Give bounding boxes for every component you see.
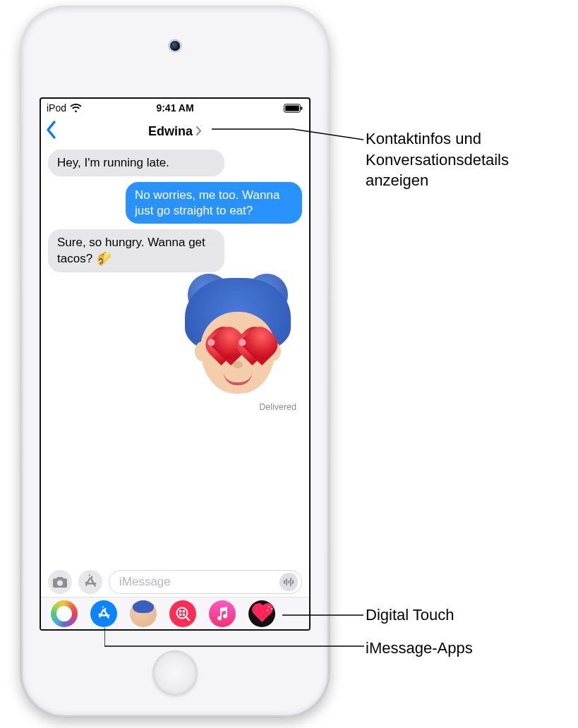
app-store[interactable] xyxy=(90,600,117,627)
tap-dots-icon xyxy=(268,606,270,607)
app-drawer-toggle[interactable] xyxy=(78,570,102,594)
appstore-a-icon xyxy=(96,606,112,621)
record-audio-button[interactable] xyxy=(279,573,298,591)
svg-rect-1 xyxy=(285,105,299,111)
taco-emoji: 🌮 xyxy=(94,249,114,269)
conversation-thread[interactable]: Hey, I'm running late. No worries, me to… xyxy=(41,145,309,566)
message-input-row: iMessage xyxy=(41,566,309,597)
svg-line-4 xyxy=(186,617,190,620)
contact-name-label: Edwina xyxy=(148,124,193,139)
heart-icon xyxy=(254,605,271,621)
app-digital-touch[interactable] xyxy=(248,600,275,627)
camera-icon xyxy=(52,576,68,588)
message-outgoing[interactable]: No worries, me too. Wanna just go straig… xyxy=(126,182,302,224)
callout-contact-details: Kontaktinfos und Konversationsdetails an… xyxy=(366,128,570,191)
message-text: Sure, so hungry. Wanna get tacos? xyxy=(57,236,205,265)
svg-rect-8 xyxy=(183,613,185,615)
status-bar: iPod 9:41 AM xyxy=(41,99,309,117)
wifi-icon xyxy=(70,104,82,113)
camera-button[interactable] xyxy=(48,570,72,594)
app-memoji[interactable] xyxy=(130,600,157,627)
music-note-icon xyxy=(215,606,229,621)
message-placeholder: iMessage xyxy=(119,575,171,589)
svg-rect-2 xyxy=(301,107,302,110)
chevron-right-icon xyxy=(195,123,202,140)
message-input[interactable]: iMessage xyxy=(109,570,302,594)
search-grid-icon xyxy=(174,605,191,622)
appstore-icon xyxy=(83,574,98,590)
callout-imessage-apps: iMessage-Apps xyxy=(366,638,473,659)
app-photos[interactable] xyxy=(51,600,78,627)
svg-rect-5 xyxy=(179,610,181,612)
leader-line xyxy=(212,123,367,152)
screen: iPod 9:41 AM Edwina xyxy=(40,97,311,631)
app-image-search[interactable] xyxy=(169,600,196,627)
device-label: iPod xyxy=(47,102,66,114)
back-button[interactable] xyxy=(45,120,56,143)
svg-rect-7 xyxy=(179,613,181,615)
svg-rect-6 xyxy=(183,610,185,612)
contact-name-button[interactable]: Edwina xyxy=(148,123,202,140)
delivered-label: Delivered xyxy=(48,398,302,412)
front-camera xyxy=(170,41,180,51)
callout-digital-touch: Digital Touch xyxy=(366,605,454,626)
message-text: Hey, I'm running late. xyxy=(57,156,169,169)
audio-wave-icon xyxy=(283,578,294,586)
message-text: No worries, me too. Wanna just go straig… xyxy=(135,188,279,217)
battery-icon xyxy=(284,104,303,113)
message-incoming[interactable]: Sure, so hungry. Wanna get tacos? 🌮 xyxy=(48,229,224,272)
message-outgoing-sticker[interactable] xyxy=(48,278,291,398)
leader-line xyxy=(104,625,367,650)
memoji-sticker xyxy=(185,278,291,398)
app-music[interactable] xyxy=(209,600,236,627)
leader-line xyxy=(282,608,367,622)
home-button[interactable] xyxy=(152,650,198,696)
message-incoming[interactable]: Hey, I'm running late. xyxy=(48,150,224,176)
